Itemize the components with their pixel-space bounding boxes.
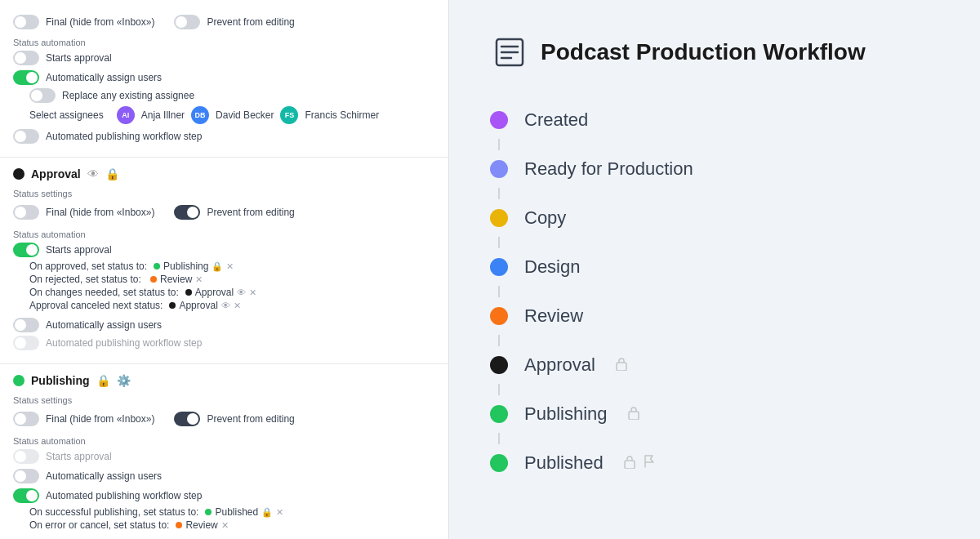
workflow-icon: [490, 33, 529, 72]
publishing-title: Publishing: [31, 374, 90, 387]
approval-canceled-value[interactable]: Approval 👁 ✕: [169, 300, 240, 311]
approval-canceled-row: Approval canceled next status: Approval …: [29, 300, 435, 311]
item-name-design: Design: [524, 256, 580, 278]
final-toggle-label-top: Final (hide from «Inbox»): [46, 16, 154, 28]
on-success-label: On successful publishing, set status to:: [29, 506, 198, 518]
auto-assign-label-top: Automatically assign users: [46, 72, 162, 83]
dot-ready: [490, 160, 508, 178]
on-error-x[interactable]: ✕: [221, 520, 229, 531]
starts-approval-label-top: Starts approval: [46, 52, 112, 64]
on-approved-row: On approved, set status to: Publishing 🔒…: [29, 261, 435, 272]
status-auto-label-top: Status automation: [13, 38, 435, 47]
dot-review: [490, 307, 508, 325]
on-success-text: Published: [215, 506, 258, 518]
workflow-header: Podcast Production Workflow: [490, 33, 939, 72]
approval-auto-assign-toggle[interactable]: Automatically assign users: [13, 318, 435, 332]
on-approved-x[interactable]: ✕: [226, 261, 234, 272]
on-success-dot: [205, 509, 212, 515]
on-changes-x[interactable]: ✕: [249, 287, 256, 298]
on-success-x[interactable]: ✕: [276, 507, 283, 518]
publishing-auto-publish-toggle[interactable]: Automated publishing workflow step: [13, 488, 435, 503]
publishing-final-toggle[interactable]: Final (hide from «Inbox»): [13, 412, 154, 426]
approval-header: Approval 👁 🔒: [13, 167, 435, 180]
approval-status-automation-label: Status automation: [13, 229, 435, 239]
assignee-name-anja: Anja Illner: [141, 109, 185, 121]
approval-auto-publish-toggle[interactable]: Automated publishing workflow step: [13, 336, 435, 350]
on-changes-text: Approval: [195, 287, 234, 298]
on-error-value[interactable]: Review ✕: [176, 519, 228, 531]
workflow-item-approval: Approval: [490, 346, 939, 384]
on-rejected-row: On rejected, set status to: Review ✕: [29, 274, 435, 285]
prevent-toggle-top[interactable]: Prevent from editing: [174, 15, 294, 29]
publishing-settings-icon[interactable]: ⚙️: [117, 374, 131, 387]
top-toggles-row: Final (hide from «Inbox») Prevent from e…: [13, 11, 435, 33]
on-error-dot: [176, 522, 182, 528]
publishing-prevent-label: Prevent from editing: [207, 413, 294, 425]
approval-final-toggle[interactable]: Final (hide from «Inbox»): [13, 205, 154, 220]
workflow-item-design: Design: [490, 248, 939, 286]
on-approved-value[interactable]: Publishing 🔒 ✕: [154, 261, 234, 272]
avatar-francis: FS: [280, 106, 298, 124]
on-approved-text: Publishing: [163, 261, 208, 272]
publishing-prevent-toggle[interactable]: Prevent from editing: [174, 412, 294, 426]
publishing-auto-publish-label: Automated publishing workflow step: [46, 490, 202, 501]
avatar-david: DB: [191, 106, 209, 124]
dot-design: [490, 258, 508, 276]
publishing-auto-assign-toggle[interactable]: Automatically assign users: [13, 469, 435, 483]
prevent-toggle-switch-top[interactable]: [174, 15, 200, 29]
auto-assign-toggle-top[interactable]: Automatically assign users: [13, 70, 435, 85]
item-name-review: Review: [524, 305, 583, 327]
auto-publish-label-top: Automated publishing workflow step: [46, 131, 202, 142]
assignees-row: Select assignees AI Anja Illner DB David…: [29, 106, 435, 124]
workflow-item-publishing: Publishing: [490, 395, 939, 433]
item-name-approval: Approval: [524, 354, 595, 376]
on-error-text: Review: [185, 519, 217, 531]
item-name-copy: Copy: [524, 207, 566, 229]
on-rejected-dot: [150, 276, 157, 283]
final-toggle-switch-top[interactable]: [13, 15, 39, 29]
publishing-status-automation-label: Status automation: [13, 436, 435, 446]
publishing-dot: [13, 375, 24, 386]
published-icons: [623, 454, 656, 472]
dot-created: [490, 111, 508, 129]
starts-approval-toggle-top[interactable]: Starts approval: [13, 51, 435, 65]
item-name-created: Created: [524, 109, 588, 131]
approval-prevent-label: Prevent from editing: [207, 207, 294, 218]
workflow-item-ready: Ready for Production: [490, 150, 939, 188]
auto-publish-toggle-top[interactable]: Automated publishing workflow step: [13, 129, 435, 144]
approval-canceled-dot: [169, 302, 176, 309]
workflow-item-review: Review: [490, 297, 939, 335]
item-name-published: Published: [524, 452, 604, 474]
publishing-final-label: Final (hide from «Inbox»): [46, 413, 154, 425]
select-assignees-label: Select assignees: [29, 109, 104, 121]
publishing-lock-icon[interactable]: 🔒: [96, 374, 110, 387]
approval-title: Approval: [31, 167, 81, 180]
publishing-starts-toggle[interactable]: Starts approval: [13, 449, 435, 464]
on-rejected-x[interactable]: ✕: [195, 274, 203, 285]
prevent-toggle-label-top: Prevent from editing: [207, 16, 294, 28]
approval-status-toggles: Final (hide from «Inbox») Prevent from e…: [13, 202, 435, 223]
on-changes-row: On changes needed, set status to: Approv…: [29, 287, 435, 298]
approval-starts-toggle[interactable]: Starts approval: [13, 243, 435, 257]
svg-rect-4: [617, 363, 626, 371]
approval-lock-icon[interactable]: 🔒: [105, 167, 119, 180]
on-success-value[interactable]: Published 🔒 ✕: [205, 506, 283, 518]
publishing-status-toggles: Final (hide from «Inbox») Prevent from e…: [13, 408, 435, 430]
on-success-row: On successful publishing, set status to:…: [29, 506, 435, 518]
approval-eye-icon[interactable]: 👁: [87, 167, 99, 180]
assignee-name-francis: Francis Schirmer: [305, 109, 379, 121]
on-error-label: On error or cancel, set status to:: [29, 519, 169, 531]
on-rejected-value[interactable]: Review ✕: [150, 274, 203, 285]
approval-dot: [13, 168, 24, 180]
approval-icons: [615, 356, 628, 374]
on-approved-dot: [154, 263, 160, 270]
workflow-list: Created Ready for Production Copy Design: [490, 101, 939, 482]
on-changes-value[interactable]: Approval 👁 ✕: [185, 287, 256, 298]
final-toggle-top[interactable]: Final (hide from «Inbox»): [13, 15, 154, 29]
approval-auto-assign-label: Automatically assign users: [46, 319, 162, 331]
approval-prevent-toggle[interactable]: Prevent from editing: [174, 205, 294, 220]
replace-existing-toggle[interactable]: Replace any existing assignee: [29, 88, 435, 103]
on-changes-dot: [185, 289, 192, 296]
approval-canceled-x[interactable]: ✕: [234, 301, 241, 311]
published-lock-right: [623, 454, 636, 472]
